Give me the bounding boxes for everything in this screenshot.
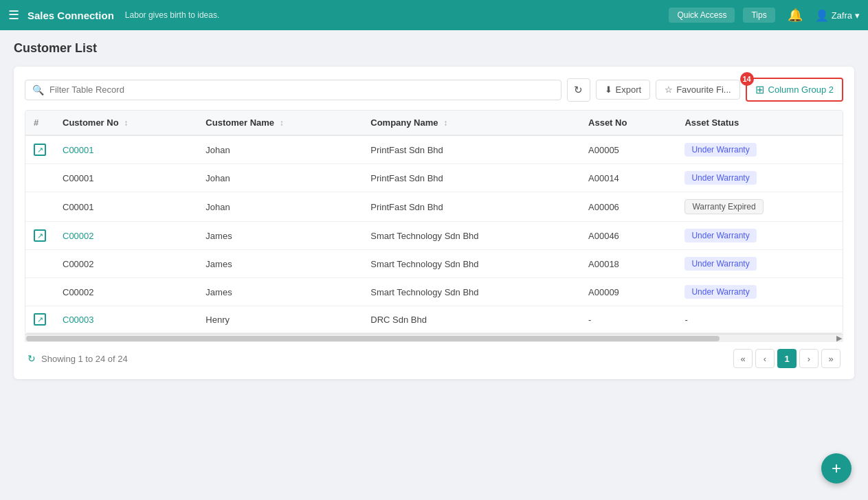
sort-company-name-icon[interactable]: ↕ xyxy=(443,118,447,128)
row-customer-no: C00001 xyxy=(54,164,197,192)
search-wrapper: 🔍 xyxy=(25,80,561,100)
export-icon: ⬇ xyxy=(605,84,612,95)
table-outer: # Customer No ↕ Customer Name ↕ Company … xyxy=(25,110,843,342)
customer-table: # Customer No ↕ Customer Name ↕ Company … xyxy=(25,111,843,333)
col-company-name: Company Name ↕ xyxy=(362,111,580,135)
prev-page-button[interactable]: ‹ xyxy=(755,349,775,368)
row-external-link-icon[interactable]: ↗ xyxy=(34,313,46,326)
status-badge: Under Warranty xyxy=(685,257,756,271)
table-row: C00002JamesSmart Technology Sdn BhdA0000… xyxy=(25,278,843,306)
row-asset-status: Under Warranty xyxy=(676,164,843,192)
next-page-button[interactable]: › xyxy=(799,349,819,368)
pagination-bar: ↻ Showing 1 to 24 of 24 « ‹ 1 › » xyxy=(25,342,843,368)
hamburger-icon[interactable]: ☰ xyxy=(8,8,19,23)
column-group-button[interactable]: ⊞ Column Group 2 xyxy=(747,79,842,100)
col-customer-name: Customer Name ↕ xyxy=(197,111,362,135)
star-icon: ☆ xyxy=(665,84,673,95)
toolbar: 🔍 ↻ ⬇ Export ☆ Favourite Fi... 14 ⊞ Colu… xyxy=(25,78,843,102)
row-customer-name: Johan xyxy=(197,135,362,164)
row-customer-no: C00001 xyxy=(54,135,197,164)
export-button[interactable]: ⬇ Export xyxy=(596,80,651,100)
row-customer-no: C00002 xyxy=(54,250,197,278)
brand-name: Sales Connection xyxy=(27,10,114,21)
export-label: Export xyxy=(616,84,642,95)
table-row: ↗C00002JamesSmart Technology Sdn BhdA000… xyxy=(25,222,843,250)
search-icon: 🔍 xyxy=(32,84,44,95)
scroll-right-icon[interactable]: ▶ xyxy=(836,334,842,343)
header-tagline: Labor gives birth to ideas. xyxy=(125,10,219,20)
col-asset-no: Asset No xyxy=(580,111,676,135)
customer-no-link[interactable]: C00003 xyxy=(63,315,94,325)
refresh-icon: ↻ xyxy=(574,84,583,96)
current-page-button[interactable]: 1 xyxy=(777,349,797,368)
row-customer-name: Johan xyxy=(197,192,362,222)
quick-access-button[interactable]: Quick Access xyxy=(669,8,735,23)
table-row: C00001JohanPrintFast Sdn BhdA00006Warran… xyxy=(25,192,843,222)
column-group-label: Column Group 2 xyxy=(768,84,834,95)
status-badge: Under Warranty xyxy=(685,229,756,242)
row-asset-no: A00009 xyxy=(580,278,676,306)
first-page-button[interactable]: « xyxy=(733,349,753,368)
table-wrapper: # Customer No ↕ Customer Name ↕ Company … xyxy=(25,110,843,334)
sort-customer-no-icon[interactable]: ↕ xyxy=(124,118,128,128)
row-asset-no: A00006 xyxy=(580,192,676,222)
row-company-name: Smart Technology Sdn Bhd xyxy=(362,250,580,278)
favourite-filter-button[interactable]: ☆ Favourite Fi... xyxy=(656,80,739,100)
row-asset-no: A00018 xyxy=(580,250,676,278)
column-group-wrapper: 14 ⊞ Column Group 2 xyxy=(746,78,843,102)
row-asset-status: Under Warranty xyxy=(676,135,843,164)
table-row: C00001JohanPrintFast Sdn BhdA00014Under … xyxy=(25,164,843,192)
status-badge: Under Warranty xyxy=(685,143,756,157)
row-link-cell: ↗ xyxy=(25,306,54,333)
table-row: ↗C00001JohanPrintFast Sdn BhdA00005Under… xyxy=(25,135,843,164)
row-customer-no: C00003 xyxy=(54,306,197,333)
row-asset-no: A00005 xyxy=(580,135,676,164)
customer-no-link[interactable]: C00001 xyxy=(63,145,94,155)
status-badge: Under Warranty xyxy=(685,285,756,299)
row-company-name: PrintFast Sdn Bhd xyxy=(362,192,580,222)
row-company-name: PrintFast Sdn Bhd xyxy=(362,135,580,164)
last-page-button[interactable]: » xyxy=(821,349,841,368)
main-content: Customer List 🔍 ↻ ⬇ Export ☆ Favourite F… xyxy=(0,30,868,390)
row-asset-status: Warranty Expired xyxy=(676,192,843,222)
row-company-name: DRC Sdn Bhd xyxy=(362,306,580,333)
col-asset-status: Asset Status xyxy=(676,111,843,135)
notifications-icon[interactable]: 🔔 xyxy=(783,6,807,24)
sort-customer-name-icon[interactable]: ↕ xyxy=(280,118,284,128)
row-customer-no: C00001 xyxy=(54,192,197,222)
row-external-link-icon[interactable]: ↗ xyxy=(34,229,46,242)
horizontal-scrollbar[interactable]: ▶ xyxy=(25,334,843,342)
row-company-name: Smart Technology Sdn Bhd xyxy=(362,278,580,306)
pagination-showing: Showing 1 to 24 of 24 xyxy=(41,354,128,364)
tips-button[interactable]: Tips xyxy=(743,8,775,23)
scroll-thumb xyxy=(26,336,720,341)
col-customer-no: Customer No ↕ xyxy=(54,111,197,135)
customer-no-link[interactable]: C00002 xyxy=(63,231,94,241)
user-avatar-icon: 👤 xyxy=(815,9,829,22)
row-external-link-icon[interactable]: ↗ xyxy=(34,144,46,156)
refresh-button[interactable]: ↻ xyxy=(567,78,590,102)
user-name: Zafra xyxy=(832,10,852,21)
row-company-name: PrintFast Sdn Bhd xyxy=(362,164,580,192)
pagination-refresh-icon[interactable]: ↻ xyxy=(27,353,36,364)
row-asset-status: - xyxy=(676,306,843,333)
row-asset-no: A00046 xyxy=(580,222,676,250)
pagination-info: ↻ Showing 1 to 24 of 24 xyxy=(27,353,128,364)
status-badge: Warranty Expired xyxy=(685,199,763,214)
row-link-cell xyxy=(25,192,54,222)
page-title: Customer List xyxy=(14,41,854,56)
user-menu[interactable]: 👤 Zafra ▾ xyxy=(815,9,860,22)
table-row: C00002JamesSmart Technology Sdn BhdA0001… xyxy=(25,250,843,278)
customer-list-card: 🔍 ↻ ⬇ Export ☆ Favourite Fi... 14 ⊞ Colu… xyxy=(14,67,854,379)
row-asset-status: Under Warranty xyxy=(676,222,843,250)
row-asset-status: Under Warranty xyxy=(676,278,843,306)
table-body: ↗C00001JohanPrintFast Sdn BhdA00005Under… xyxy=(25,135,843,333)
column-group-icon: ⊞ xyxy=(755,83,764,96)
row-link-cell: ↗ xyxy=(25,135,54,164)
column-group-badge: 14 xyxy=(740,72,754,86)
pagination-controls: « ‹ 1 › » xyxy=(733,349,841,368)
row-asset-no: A00014 xyxy=(580,164,676,192)
row-customer-name: James xyxy=(197,222,362,250)
search-input[interactable] xyxy=(49,84,554,95)
user-dropdown-icon: ▾ xyxy=(855,10,860,21)
